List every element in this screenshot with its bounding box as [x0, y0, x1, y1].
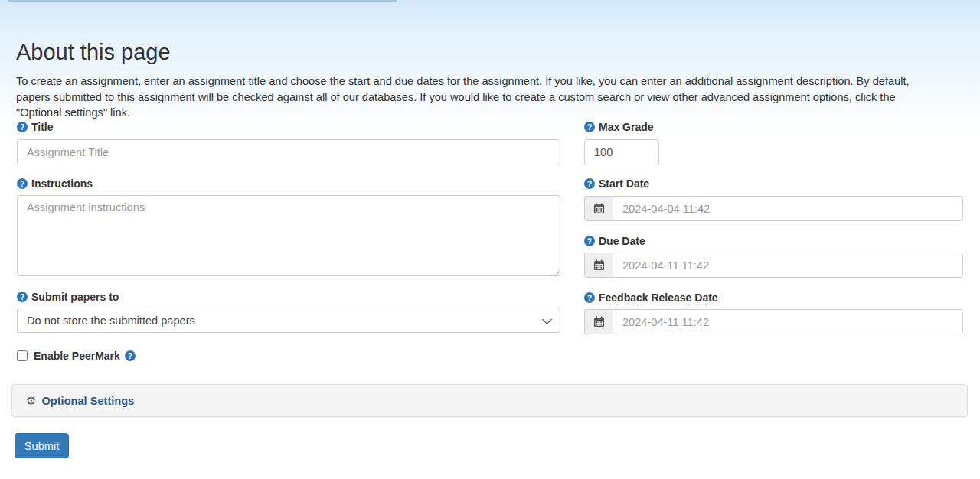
feedback-release-label: ? Feedback Release Date: [584, 292, 718, 304]
start-date-group: [584, 196, 963, 221]
calendar-icon-button[interactable]: [584, 253, 612, 278]
page-title: About this page: [16, 40, 171, 65]
help-icon[interactable]: ?: [584, 122, 595, 132]
instructions-label: ? Instructions: [17, 178, 93, 190]
help-icon[interactable]: ?: [584, 178, 595, 189]
help-icon[interactable]: ?: [584, 236, 595, 246]
top-divider-line: [8, 0, 397, 2]
assignment-creation-page: { "page": { "title": "About this page", …: [0, 0, 980, 479]
page-description: To create an assignment, enter an assign…: [16, 73, 927, 121]
enable-peermark-checkbox[interactable]: [17, 350, 28, 361]
enable-peermark-label: Enable PeerMark: [34, 350, 120, 362]
optional-settings-label: Optional Settings: [41, 395, 134, 407]
max-grade-label: ? Max Grade: [584, 121, 654, 133]
help-icon[interactable]: ?: [125, 350, 136, 361]
calendar-icon: [593, 259, 605, 271]
calendar-icon-button[interactable]: [584, 196, 612, 221]
title-label: ? Title: [17, 121, 54, 133]
start-date-input[interactable]: [612, 196, 963, 221]
help-icon[interactable]: ?: [17, 122, 28, 132]
instructions-textarea[interactable]: [17, 195, 560, 276]
calendar-icon-button[interactable]: [584, 309, 612, 334]
due-date-input[interactable]: [612, 253, 963, 278]
submit-papers-select-wrap: Do not store the submitted papers: [17, 308, 560, 333]
optional-settings-toggle[interactable]: ⚙ Optional Settings: [11, 384, 968, 417]
due-date-group: [584, 253, 963, 278]
max-grade-label-text: Max Grade: [599, 121, 654, 133]
feedback-release-group: [584, 309, 963, 334]
instructions-label-text: Instructions: [31, 178, 93, 190]
calendar-icon: [593, 203, 605, 214]
help-icon[interactable]: ?: [584, 292, 595, 303]
max-grade-input[interactable]: [584, 139, 659, 165]
submit-papers-label-text: Submit papers to: [31, 291, 119, 303]
submit-button[interactable]: Submit: [15, 433, 69, 458]
submit-papers-select[interactable]: Do not store the submitted papers: [17, 308, 560, 333]
feedback-release-input[interactable]: [612, 309, 963, 334]
help-icon[interactable]: ?: [17, 178, 28, 189]
title-input[interactable]: [17, 139, 560, 165]
calendar-icon: [593, 316, 605, 327]
feedback-release-label-text: Feedback Release Date: [599, 292, 718, 304]
help-icon[interactable]: ?: [17, 292, 28, 302]
due-date-label-text: Due Date: [599, 235, 645, 247]
start-date-label-text: Start Date: [599, 178, 649, 190]
title-label-text: Title: [31, 121, 54, 133]
submit-papers-label: ? Submit papers to: [17, 291, 119, 303]
enable-peermark-row: Enable PeerMark ?: [17, 350, 136, 362]
gear-icon: ⚙: [26, 395, 36, 406]
start-date-label: ? Start Date: [584, 178, 649, 190]
due-date-label: ? Due Date: [584, 235, 645, 247]
